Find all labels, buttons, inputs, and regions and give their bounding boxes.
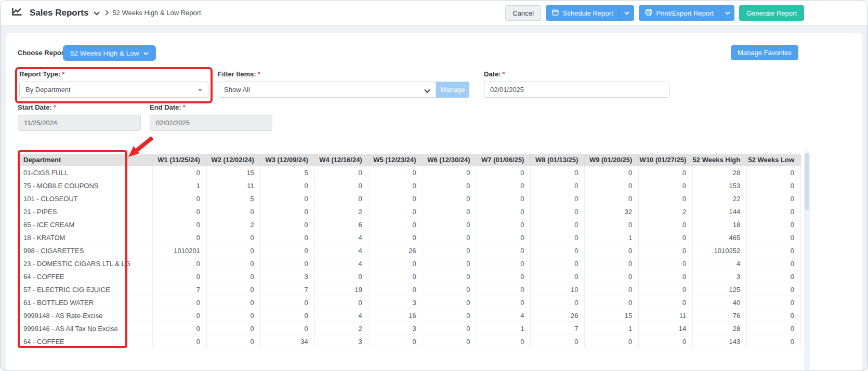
schedule-caret-icon[interactable] [620, 5, 634, 21]
value-cell: 0 [477, 231, 531, 244]
value-cell: 0 [153, 270, 207, 283]
value-cell: 11 [207, 179, 261, 192]
value-cell: 11 [639, 309, 693, 322]
value-cell: 0 [531, 270, 585, 283]
value-cell: 0 [369, 231, 423, 244]
value-cell: 0 [477, 283, 531, 296]
end-date-input [150, 115, 272, 131]
value-cell: 0 [153, 322, 207, 335]
filter-items-select[interactable]: Show All [218, 82, 436, 98]
table-row: 101 - CLOSEOUT0500000000220 [18, 192, 801, 205]
table-row: 21 - PIPES000200003221440 [18, 205, 801, 218]
value-cell: 0 [153, 296, 207, 309]
value-cell: 0 [261, 322, 315, 335]
department-cell: 9999148 - AS Rate-Excise [18, 309, 153, 322]
value-cell: 0 [261, 179, 315, 192]
value-cell: 0 [207, 244, 261, 257]
report-card: Choose Report 52 Weeks High & Low Manage… [6, 33, 862, 370]
value-cell: 18 [693, 218, 747, 231]
table-row: 64 - COFFEE003000000030 [18, 270, 801, 283]
department-cell: 101 - CLOSEOUT [18, 192, 153, 205]
value-cell: 0 [261, 244, 315, 257]
table-scrollbar [804, 151, 810, 370]
value-cell: 465 [693, 231, 747, 244]
topbar-actions: Cancel Schedule Report Print/Expo [505, 1, 804, 25]
value-cell: 0 [423, 257, 477, 270]
value-cell: 34 [261, 335, 315, 348]
value-cell: 14 [639, 322, 693, 335]
value-cell: 0 [423, 322, 477, 335]
value-cell: 0 [369, 283, 423, 296]
value-cell: 0 [639, 244, 693, 257]
generate-report-button[interactable]: Generate Report [739, 5, 804, 21]
department-cell: 21 - PIPES [18, 205, 153, 218]
value-cell: 0 [747, 283, 801, 296]
value-cell: 0 [423, 270, 477, 283]
value-cell: 2 [639, 205, 693, 218]
table-header-row: DepartmentW1 (11/25/24)W2 (12/02/24)W3 (… [18, 154, 801, 166]
value-cell: 15 [207, 166, 261, 179]
value-cell: 0 [531, 192, 585, 205]
value-cell: 5 [207, 192, 261, 205]
report-table: DepartmentW1 (11/25/24)W2 (12/02/24)W3 (… [18, 154, 801, 348]
table-row: 65 - ICE CREAM0206000000180 [18, 218, 801, 231]
value-cell: 0 [207, 270, 261, 283]
value-cell: 0 [585, 257, 639, 270]
value-cell: 144 [693, 205, 747, 218]
calendar-icon [552, 9, 559, 17]
value-cell: 1010201 [153, 244, 207, 257]
value-cell: 3 [369, 322, 423, 335]
value-cell: 0 [747, 257, 801, 270]
value-cell: 2 [315, 205, 369, 218]
table-row: 64 - COFFEE003430000001430 [18, 335, 801, 348]
value-cell: 0 [531, 231, 585, 244]
value-cell: 0 [207, 309, 261, 322]
value-cell: 1 [153, 179, 207, 192]
value-cell: 0 [585, 283, 639, 296]
column-header: W9 (01/20/25) [585, 154, 639, 166]
value-cell: 28 [693, 322, 747, 335]
value-cell: 0 [369, 205, 423, 218]
print-export-caret-icon[interactable] [720, 5, 734, 21]
value-cell: 0 [477, 179, 531, 192]
value-cell: 0 [531, 205, 585, 218]
value-cell: 19 [315, 283, 369, 296]
cancel-button[interactable]: Cancel [505, 5, 541, 21]
value-cell: 32 [585, 205, 639, 218]
report-category-dropdown[interactable]: Sales Reports [12, 7, 100, 19]
value-cell: 0 [153, 205, 207, 218]
value-cell: 0 [423, 166, 477, 179]
value-cell: 0 [531, 179, 585, 192]
value-cell: 0 [585, 296, 639, 309]
table-row: 9999146 - AS All Tax No Excise0002301711… [18, 322, 801, 335]
value-cell: 0 [153, 335, 207, 348]
value-cell: 26 [531, 309, 585, 322]
report-type-select[interactable]: By Department [19, 82, 208, 98]
schedule-report-button[interactable]: Schedule Report [546, 5, 634, 21]
value-cell: 0 [207, 296, 261, 309]
value-cell: 0 [639, 179, 693, 192]
report-select-dropdown[interactable]: 52 Weeks High & Low [63, 45, 156, 61]
end-date-label: End Date:* [150, 103, 186, 111]
value-cell: 0 [207, 322, 261, 335]
value-cell: 7 [261, 283, 315, 296]
value-cell: 0 [369, 218, 423, 231]
column-header: W6 (12/30/24) [423, 154, 477, 166]
manage-favorites-button[interactable]: Manage Favorites [731, 45, 798, 60]
value-cell: 0 [477, 192, 531, 205]
printer-icon [645, 9, 652, 17]
manage-filter-button[interactable]: Manage [436, 82, 469, 98]
value-cell: 0 [531, 166, 585, 179]
table-row: 57 - ELECTRIC CIG EJUICE7071900010001250 [18, 283, 801, 296]
date-input[interactable] [484, 82, 669, 98]
scrollbar-thumb[interactable] [805, 153, 809, 210]
table-row: 23 - DOMESTIC CIGARS LTL & LG00040000004… [18, 257, 801, 270]
value-cell: 7 [153, 283, 207, 296]
value-cell: 0 [747, 218, 801, 231]
value-cell: 3 [693, 270, 747, 283]
value-cell: 0 [585, 244, 639, 257]
print-export-button[interactable]: Print/Export Report [639, 5, 735, 21]
value-cell: 0 [531, 257, 585, 270]
start-date-input [18, 115, 141, 131]
value-cell: 0 [747, 244, 801, 257]
